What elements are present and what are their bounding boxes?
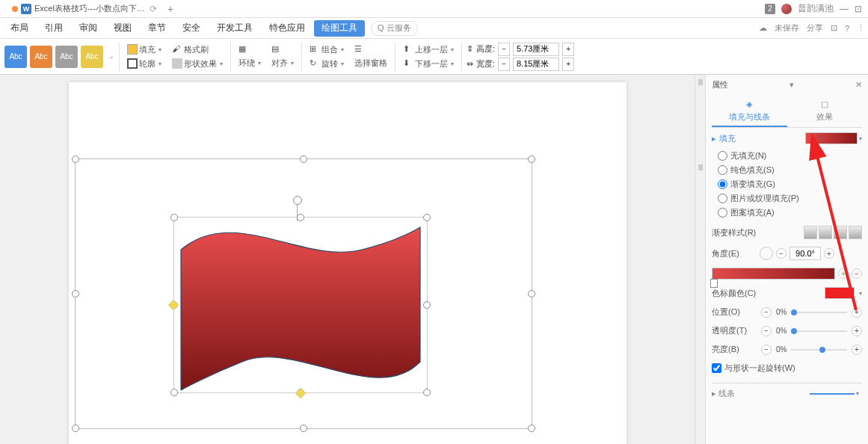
line-section-toggle[interactable]: ▸ 线条: [712, 388, 735, 399]
radio-gradient-fill[interactable]: 渐变填充(G): [718, 179, 862, 190]
style-sample-4[interactable]: Abc: [81, 46, 103, 68]
grad-style-2[interactable]: [819, 226, 832, 239]
radio-no-fill[interactable]: 无填充(N): [718, 150, 862, 161]
grad-style-4[interactable]: [849, 226, 862, 239]
grad-style-3[interactable]: [834, 226, 847, 239]
handle-s[interactable]: [300, 425, 307, 432]
width-minus[interactable]: −: [498, 58, 510, 71]
menu-reference[interactable]: 引用: [37, 18, 70, 38]
handle-n[interactable]: [300, 155, 307, 163]
handle-e[interactable]: [528, 290, 535, 297]
group-button[interactable]: ⊞组合▾: [307, 43, 347, 56]
height-minus[interactable]: −: [498, 43, 510, 56]
format-painter-button[interactable]: 🖌格式刷: [169, 43, 226, 56]
rotation-handle[interactable]: [293, 196, 302, 205]
selection-pane-button[interactable]: ☰: [351, 43, 390, 55]
menu-devtools[interactable]: 开发工具: [209, 18, 260, 38]
width-input[interactable]: [513, 58, 559, 71]
height-plus[interactable]: +: [562, 43, 574, 56]
stop-color-swatch[interactable]: [825, 287, 855, 299]
panel-close-button[interactable]: ✕: [855, 80, 862, 90]
position-minus[interactable]: −: [761, 307, 772, 318]
tab-effects[interactable]: ▢ 效果: [787, 96, 863, 127]
shape-effects-button[interactable]: 形状效果▾: [169, 58, 226, 70]
minimize-button[interactable]: —: [840, 4, 849, 14]
menu-drawing-tools[interactable]: 绘图工具: [314, 20, 365, 37]
radio-picture-fill[interactable]: 图片或纹理填充(P): [718, 193, 862, 204]
handle-w[interactable]: [72, 290, 79, 297]
feedback-icon[interactable]: ⊡: [831, 23, 837, 33]
menu-review[interactable]: 审阅: [72, 18, 105, 38]
close-tab-icon[interactable]: [12, 6, 18, 12]
brightness-plus[interactable]: +: [852, 345, 862, 355]
menu-chapter[interactable]: 章节: [141, 18, 173, 38]
rotate-with-shape-checkbox[interactable]: 与形状一起旋转(W): [712, 363, 862, 374]
style-gallery-more[interactable]: ⌄: [109, 53, 114, 60]
document-tab[interactable]: W Excel表格技巧---小数点向下取整 ⟳: [6, 0, 163, 17]
fill-button[interactable]: 填充▾: [124, 43, 164, 56]
style-sample-1[interactable]: Abc: [4, 46, 27, 68]
cloud-save-icon[interactable]: ☁: [759, 23, 767, 33]
group-icon: ⊞: [310, 44, 320, 55]
transparency-minus[interactable]: −: [761, 326, 772, 336]
grad-style-1[interactable]: [804, 226, 817, 239]
maximize-button[interactable]: ⊡: [855, 4, 862, 14]
outline-button[interactable]: 轮廓▾: [124, 58, 164, 70]
handle-sw[interactable]: [72, 425, 79, 432]
notification-badge[interactable]: 2: [765, 4, 775, 14]
tab-fill-and-line[interactable]: ◈ 填充与线条: [712, 96, 787, 127]
share-button[interactable]: 分享: [807, 22, 823, 34]
radio-solid-fill[interactable]: 纯色填充(S): [718, 164, 862, 176]
style-sample-3[interactable]: Abc: [55, 46, 78, 68]
transparency-value: 0%: [776, 327, 787, 335]
width-label: 宽度:: [476, 58, 495, 70]
height-input[interactable]: [513, 43, 559, 56]
gutter-handle-1[interactable]: [698, 79, 703, 85]
brightness-minus[interactable]: −: [761, 345, 772, 355]
angle-input[interactable]: [789, 247, 821, 260]
wrap-button[interactable]: ▦: [236, 43, 264, 55]
position-slider[interactable]: [791, 312, 847, 313]
angle-minus[interactable]: −: [776, 248, 787, 259]
menu-view[interactable]: 视图: [106, 18, 139, 38]
cloud-search-input[interactable]: Q 云服务: [371, 21, 418, 36]
page-canvas[interactable]: [69, 82, 627, 444]
move-down-button[interactable]: ⬇下移一层▾: [400, 58, 457, 70]
menu-security[interactable]: 安全: [175, 18, 208, 38]
avatar[interactable]: [781, 4, 792, 14]
gradient-stop-1[interactable]: [710, 279, 718, 288]
radio-pattern-fill[interactable]: 图案填充(A): [718, 207, 862, 218]
fill-preview-swatch[interactable]: [805, 132, 858, 144]
menu-layout[interactable]: 布局: [3, 18, 36, 38]
width-plus[interactable]: +: [562, 58, 574, 71]
stop-color-dropdown[interactable]: ▾: [859, 290, 862, 297]
fill-swatch-dropdown[interactable]: ▾: [859, 135, 862, 142]
style-sample-2[interactable]: Abc: [30, 46, 52, 68]
position-plus[interactable]: +: [852, 307, 862, 318]
align-button[interactable]: ▤: [268, 43, 297, 55]
wave-shape[interactable]: [175, 220, 426, 390]
add-tab-button[interactable]: +: [163, 3, 178, 15]
gutter-handle-2[interactable]: [698, 164, 703, 170]
shape-style-gallery[interactable]: Abc Abc Abc Abc: [4, 46, 103, 68]
brightness-slider[interactable]: [791, 349, 847, 351]
add-stop-button[interactable]: ＋: [838, 268, 849, 279]
help-icon[interactable]: ?: [845, 24, 849, 33]
menu-featured[interactable]: 特色应用: [262, 18, 313, 38]
line-preview[interactable]: ▾: [810, 389, 862, 399]
handle-se[interactable]: [528, 425, 535, 432]
handle-ne[interactable]: [528, 155, 535, 163]
fill-section-toggle[interactable]: ▸ 填充: [712, 133, 736, 144]
remove-stop-button[interactable]: −: [852, 268, 862, 279]
more-icon[interactable]: ⋮: [857, 23, 865, 33]
angle-dial[interactable]: [760, 247, 773, 260]
transparency-plus[interactable]: +: [852, 326, 862, 336]
transparency-slider[interactable]: [791, 330, 847, 332]
app-icon: W: [21, 4, 31, 14]
rotate-button[interactable]: ↻旋转▾: [307, 58, 347, 70]
move-up-button[interactable]: ⬆上移一层▾: [400, 43, 457, 56]
gradient-bar[interactable]: [712, 268, 835, 280]
canvas-area[interactable]: [0, 75, 695, 444]
angle-plus[interactable]: +: [824, 248, 834, 259]
handle-nw[interactable]: [72, 155, 79, 163]
